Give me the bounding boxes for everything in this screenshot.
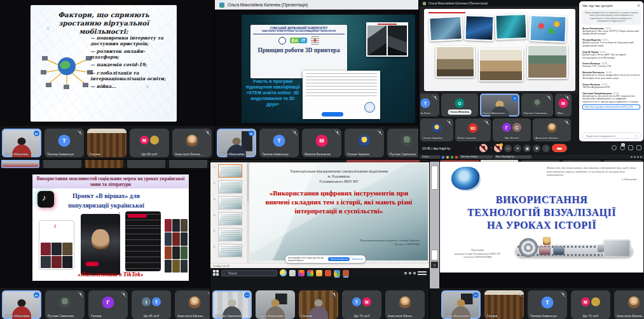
participant-tile[interactable]: Анастасія Євгень... [175, 290, 210, 319]
mic-off-button[interactable] [479, 144, 488, 152]
presentation-window-bar[interactable]: Ольга Миколаївна Каленюк (Презентація) [215, 0, 418, 10]
windows-taskbar: Пошук [210, 268, 429, 278]
taskbar-app-icon[interactable] [307, 270, 313, 276]
participant-tile[interactable]: Ольга Миколаївн... [256, 290, 295, 319]
participant-tile[interactable]: Ольга Миколаївн... [217, 129, 256, 157]
activities-icon[interactable] [636, 145, 641, 150]
participant-tile[interactable]: Анастасія Євгень... [533, 118, 571, 141]
chat-link[interactable]: https://docs.google.com/spreadsheets/d/1… [582, 104, 640, 110]
taskbar-app-icon[interactable] [298, 270, 305, 276]
taskbar-app-icon[interactable] [455, 156, 458, 159]
participant-tile[interactable]: Олена Черниш [345, 129, 384, 157]
captions-button[interactable]: ▭ [504, 145, 512, 152]
participant-tile[interactable]: Т Талина Ковальчук [420, 94, 439, 117]
taskbar-search[interactable]: Пошук [421, 155, 440, 159]
video-cover [51, 243, 62, 255]
participant-tile[interactable]: О Ольга Вітюліна [441, 94, 478, 117]
meeting-chat-panel: Чат під час зустрічі ✕ Якщо повідомлення… [579, 1, 643, 141]
chat-notice: Якщо повідомлення не закріплено, їх можу… [582, 10, 641, 25]
taskbar-app-icon[interactable] [325, 270, 331, 276]
stop-sharing-button[interactable]: Зупинити доступ [328, 257, 350, 261]
system-tray[interactable] [404, 271, 427, 275]
slide-thumbnail[interactable]: 4 [218, 212, 242, 225]
participant-tile[interactable]: Т Талина Ковальчук [528, 290, 567, 319]
slide-thumbnail-preview [221, 183, 240, 189]
participant-name: Ще 70 осіб [582, 314, 598, 318]
slide-thumbnail[interactable]: 1 [218, 164, 242, 178]
share-banner-text: meet.google.com надає доступ до вашого е… [288, 257, 326, 262]
film-frame [553, 246, 565, 255]
participant-tile[interactable]: Ю Юлія Савенко [455, 118, 491, 141]
film-frame-portrait [543, 237, 551, 245]
participant-tile[interactable]: ІТ Ще 65 осіб [132, 290, 171, 319]
participant-tile[interactable]: Руслан Самченко [521, 94, 553, 117]
participant-tile[interactable]: ТМ Ще 70 осіб [342, 290, 381, 319]
participant-tile[interactable]: Анастасія Євгень... [614, 290, 644, 319]
taskbar-app-icon[interactable] [442, 156, 444, 159]
taskbar-app-icon[interactable] [334, 270, 340, 276]
camera-options-caret[interactable]: ⌃ [490, 146, 492, 150]
system-tray[interactable] [631, 156, 642, 158]
taskbar-app-icon[interactable] [451, 156, 453, 159]
meeting-info-icon[interactable] [612, 145, 617, 150]
participant-tile[interactable]: М Микола Безпалок [302, 129, 341, 157]
participant-tile[interactable]: М Микола Безпалок [555, 94, 572, 117]
hide-banner-button[interactable]: Приховати [352, 258, 363, 260]
participant-tile[interactable]: Олена Черниш [420, 118, 453, 141]
participant-tile[interactable]: Ольга Миколаїв... [2, 129, 41, 157]
video-cover [165, 219, 172, 232]
slide-bullet: — розвиток онлайн-платформ; [90, 49, 172, 60]
thumbnail-scrollbar[interactable] [247, 162, 249, 263]
participant-tile[interactable]: М Ще 68 осіб [130, 129, 169, 157]
avatar: Г [502, 123, 511, 132]
slide-thumbnail[interactable]: 6 [218, 244, 242, 257]
participant-tile[interactable]: Г Галина [88, 290, 128, 319]
avatar: С [512, 123, 521, 132]
taskbar-app-icon[interactable] [289, 270, 296, 276]
start-button[interactable] [213, 270, 219, 276]
participant-tile[interactable]: Руслан Самченко [387, 129, 418, 157]
participant-tile[interactable]: Галина [484, 290, 524, 319]
participant-tile[interactable]: Галина [87, 129, 127, 157]
participant-tile[interactable]: Анастасія Євгень... [172, 129, 212, 157]
slide-number: 1 [214, 166, 215, 169]
participant-tile[interactable]: Т Талина Ковальчук [45, 129, 84, 157]
participant-tile[interactable]: Руслан Самченко [212, 290, 252, 319]
participant-tile[interactable]: Галина [299, 290, 338, 319]
participant-tile[interactable]: Ольга Миколаївн... [441, 290, 481, 319]
end-call-button[interactable] [552, 144, 567, 152]
more-options-button[interactable]: ⋮ [542, 145, 550, 152]
taskbar-app-icon-powerpoint[interactable] [343, 270, 349, 276]
taskbar-window-meet[interactable]: Meet "day-hqpf-ity"... [495, 155, 531, 159]
raise-hand-button[interactable]: ✱ [533, 145, 540, 152]
participant-tile[interactable]: Т Талина Ковальчук [259, 129, 299, 157]
send-icon[interactable]: ▷ [635, 134, 638, 138]
taskbar-search[interactable]: Пошук [221, 270, 277, 276]
mic-options-caret[interactable]: ⌃ [475, 146, 477, 150]
reactions-button[interactable]: ✦ [514, 145, 521, 152]
presentation-stage: Вчить той, хто вчить цікаво, хто виклада… [439, 162, 644, 288]
slide-thumbnail[interactable]: 2 [218, 180, 242, 194]
avatar [533, 99, 542, 108]
slide-thumbnail[interactable]: 5 [218, 228, 242, 241]
mic-muted-icon [121, 292, 126, 297]
weather-icon[interactable] [280, 269, 287, 276]
taskbar-app-icon[interactable] [316, 270, 322, 276]
tile-badge-icon [473, 292, 479, 298]
participant-tile[interactable]: М Ще 70 осіб [571, 290, 610, 319]
participant-tile[interactable]: Ольга Миколаївн... [2, 290, 41, 319]
group-avatars: ІТ [142, 297, 161, 306]
participant-tile[interactable]: ГС Ще 55 осіб [493, 118, 531, 141]
participant-tile[interactable]: Руслан Самченко [45, 290, 85, 319]
camera-off-button[interactable] [494, 144, 502, 152]
taskbar-window-mail[interactable]: Лист ще спілкув... [460, 155, 493, 159]
slide-thumbnail[interactable]: 3 [218, 196, 242, 209]
participant-tile[interactable]: Ольга Миколаївн... [480, 94, 519, 117]
chat-icon[interactable] [628, 145, 633, 150]
chat-input[interactable] [585, 134, 634, 138]
close-icon[interactable]: ✕ [637, 3, 640, 8]
participant-tile[interactable]: Анастасія Євген... [385, 290, 425, 319]
present-screen-button[interactable]: ▣ [523, 145, 531, 152]
taskbar-app-icon[interactable] [446, 156, 449, 159]
chat-message: Тетяна Бортнік10:31 Доброго ранку! Тетян… [582, 38, 640, 48]
